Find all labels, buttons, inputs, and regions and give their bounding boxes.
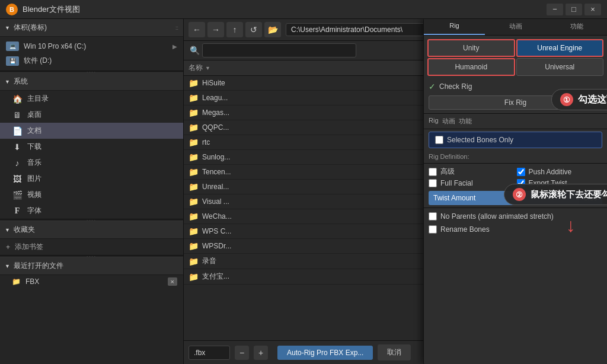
unity-format-button[interactable]: Unity [427, 39, 515, 57]
cancel-button[interactable]: 取消 [378, 344, 411, 360]
tab-animation[interactable]: 动画 [485, 19, 546, 35]
folder-icon: 📁 [189, 257, 199, 266]
recent-item-fbx[interactable]: 📁 FBX × [0, 275, 183, 288]
file-name-label: 支付宝... [202, 272, 229, 282]
sidebar-item-downloads[interactable]: ⬇ 下载 [0, 139, 183, 155]
full-facial-row: Full Facial [429, 179, 515, 187]
recent-section-header[interactable]: ▼ 最近打开的文件 [0, 257, 183, 275]
recent-label: 最近打开的文件 [14, 261, 63, 271]
drive-d-label: 软件 (D:) [24, 56, 52, 66]
maximize-button[interactable]: □ [566, 4, 582, 15]
documents-icon: 📄 [12, 126, 23, 136]
main-layout: ▼ 体积(卷标) :: 💻 Win 10 Pro x64 (C:) ▶ 💾 软件… [0, 19, 607, 364]
search-icon: 🔍 [190, 46, 200, 55]
plus-button[interactable]: + [254, 346, 268, 360]
file-name-label: Sunlog... [202, 153, 230, 161]
sidebar-item-pictures[interactable]: 🖼 图片 [0, 171, 183, 187]
close-button[interactable]: × [584, 4, 601, 15]
recent-fbx-close[interactable]: × [168, 277, 177, 286]
sidebar-item-home[interactable]: 🏠 主目录 [0, 91, 183, 107]
parent-folder-button[interactable]: 📂 [264, 22, 281, 37]
advanced-checkbox[interactable] [429, 168, 437, 176]
minus-button[interactable]: − [235, 346, 249, 360]
universal-format-label: Universal [545, 63, 574, 71]
system-section-header[interactable]: ▼ 系统 [0, 73, 183, 91]
title-bar-controls: − □ × [547, 4, 601, 15]
sidebar-item-documents[interactable]: 📄 文档 [0, 123, 183, 139]
full-facial-checkbox[interactable] [429, 179, 437, 187]
divider-4 [424, 207, 607, 208]
panel-tabs: Rig 动画 功能 [424, 19, 607, 36]
export-button[interactable]: Auto-Rig Pro FBX Exp... [277, 346, 373, 360]
folder-icon: 📁 [189, 152, 199, 162]
folder-icon: 📁 [189, 272, 199, 282]
pictures-icon: 🖼 [12, 174, 23, 184]
search-input[interactable] [202, 43, 356, 58]
recent-arrow: ▼ [5, 263, 10, 269]
sidebar-item-desktop[interactable]: 🖥 桌面 [0, 107, 183, 123]
sidebar-item-home-label: 主目录 [27, 94, 49, 104]
sidebar-item-fonts-label: 字体 [27, 206, 41, 216]
rename-bones-row: Rename Bones [424, 223, 607, 236]
file-name-label: WeCha... [202, 212, 232, 221]
bookmarks-arrow: ▼ [5, 227, 10, 233]
rig-definition-label: Rig Definition: [424, 151, 607, 161]
folder-icon: 📁 [189, 197, 199, 206]
folder-icon: 📁 [189, 167, 199, 177]
push-additive-checkbox[interactable] [517, 168, 525, 176]
arrow-down-indicator: ↓ [566, 215, 576, 237]
folder-icon: 📁 [189, 212, 199, 221]
add-bookmark-button[interactable]: + 添加书签 [0, 239, 183, 255]
rename-bones-checkbox[interactable] [429, 225, 437, 234]
tab-rig[interactable]: Rig [424, 19, 485, 35]
subtab-anim: 动画 [442, 117, 455, 126]
title-bar: B Blender文件视图 − □ × [0, 0, 607, 19]
divider-3 [424, 163, 607, 164]
col-name-label: 名称 [189, 63, 203, 73]
folder-icon: 📁 [189, 182, 199, 191]
sidebar-item-fonts[interactable]: F 字体 [0, 203, 183, 219]
bookmarks-section-header[interactable]: ▼ 收藏夹 [0, 221, 183, 239]
refresh-button[interactable]: ↺ [245, 22, 262, 37]
callout-bubble-2: ② 鼠标滚轮下去还要勾选一些选项 [504, 184, 607, 205]
check-rig-checkmark: ✓ [429, 82, 436, 91]
tab-rig-label: Rig [449, 22, 459, 29]
bookmarks-label: 收藏夹 [14, 225, 35, 235]
callout-2-text: 鼠标滚轮下去还要勾选一些选项 [531, 189, 607, 200]
unreal-format-button[interactable]: Unreal Engine [516, 39, 604, 57]
sidebar-item-music[interactable]: ♪ 音乐 [0, 155, 183, 171]
recent-fbx-label: FBX [25, 277, 39, 286]
drive-c[interactable]: 💻 Win 10 Pro x64 (C:) ▶ [0, 39, 183, 53]
up-button[interactable]: ↑ [226, 22, 243, 37]
file-name-label: Leagu... [202, 94, 228, 102]
file-name-label: QQPC... [202, 123, 229, 132]
subtab-func: 功能 [459, 117, 472, 126]
drive-d[interactable]: 💾 软件 (D:) [0, 53, 183, 68]
forward-button[interactable]: → [207, 22, 224, 37]
selected-bones-row: Selected Bones Only [435, 136, 596, 144]
file-name-label: WPSDr... [202, 242, 231, 250]
universal-format-button[interactable]: Universal [516, 58, 604, 76]
no-parents-checkbox[interactable] [429, 212, 437, 221]
desktop-icon: 🖥 [12, 110, 23, 120]
home-icon: 🏠 [12, 94, 23, 104]
title-bar-left: B Blender文件视图 [6, 4, 80, 15]
file-name-label: HiSuite [202, 79, 225, 87]
callout-bubble-1: ① 勾选这两个 [551, 89, 607, 110]
tab-features[interactable]: 功能 [546, 19, 607, 35]
music-icon: ♪ [12, 158, 23, 168]
volumes-label: 体积(卷标) [14, 23, 47, 33]
sidebar-item-videos[interactable]: 🎬 视频 [0, 187, 183, 203]
humanoid-format-button[interactable]: Humanoid [427, 58, 515, 76]
file-ext-input[interactable] [189, 346, 230, 360]
selected-bones-checkbox[interactable] [435, 136, 443, 144]
sidebar-item-downloads-label: 下载 [27, 142, 41, 152]
humanoid-format-label: Humanoid [455, 63, 487, 71]
recent-fbx-icon: 📁 [12, 277, 21, 286]
back-button[interactable]: ← [189, 22, 205, 37]
minimize-button[interactable]: − [547, 4, 563, 15]
push-additive-row: Push Additive [517, 167, 603, 177]
file-name-label: WPS C... [202, 227, 231, 235]
volumes-section-header[interactable]: ▼ 体积(卷标) :: [0, 19, 183, 37]
export-button-label: Auto-Rig Pro FBX Exp... [287, 349, 363, 357]
